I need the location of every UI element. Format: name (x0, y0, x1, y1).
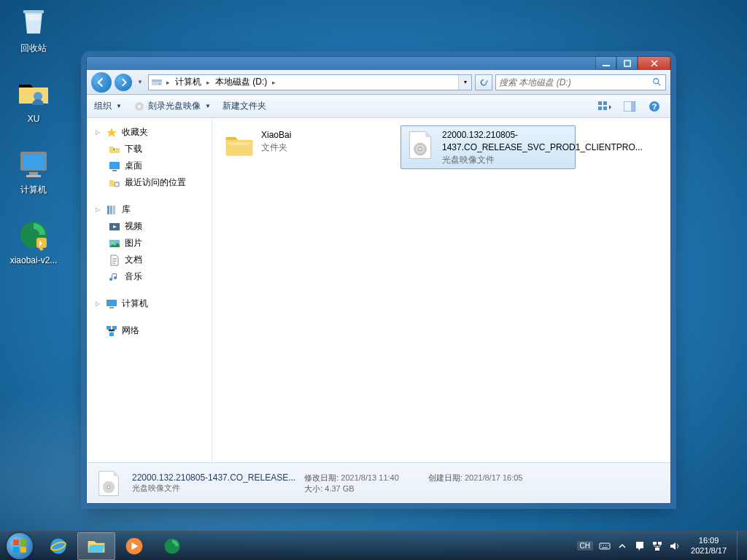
svg-rect-3 (29, 172, 38, 175)
download-icon (109, 144, 120, 155)
nav-history-dropdown[interactable]: ▼ (135, 75, 145, 90)
desktop-icon-xiaobai[interactable]: xiaobai-v2... (6, 217, 61, 265)
svg-point-14 (138, 105, 141, 108)
picture-icon (109, 238, 120, 249)
svg-point-11 (159, 83, 160, 85)
svg-point-31 (112, 241, 114, 244)
play-icon (124, 536, 144, 556)
svg-point-40 (419, 147, 422, 151)
sidebar-documents[interactable]: 文档 (87, 252, 212, 268)
network-icon (106, 325, 117, 337)
sidebar-recent[interactable]: 最近访问的位置 (87, 174, 212, 191)
show-desktop-button[interactable] (737, 532, 744, 561)
file-list[interactable]: XiaoBai 文件夹 22000.132.210805-1437.CO_REL… (212, 118, 670, 462)
desktop-icon-label: xiaobai-v2... (6, 255, 61, 265)
folder-item-xiaobai[interactable]: XiaoBai 文件夹 (220, 125, 395, 165)
details-created: 创建日期: 2021/8/17 16:05 (428, 472, 523, 494)
svg-rect-8 (624, 61, 630, 66)
nav-forward-button[interactable] (115, 74, 132, 91)
xiaobai-icon (162, 536, 182, 556)
view-options-button[interactable] (596, 98, 614, 114)
close-button[interactable] (638, 56, 670, 70)
details-pane: 22000.132.210805-1437.CO_RELEASE... 光盘映像… (87, 462, 670, 503)
svg-rect-24 (112, 170, 117, 171)
breadcrumb-arrow[interactable]: ▸ (164, 79, 172, 86)
music-icon (109, 271, 120, 283)
breadcrumb-arrow[interactable]: ▸ (270, 79, 278, 86)
svg-rect-35 (107, 326, 111, 330)
file-name: XiaoBai (261, 129, 291, 141)
recent-icon (109, 177, 120, 189)
address-bar[interactable]: ▸ 计算机 ▸ 本地磁盘 (D:) ▸ ▾ (148, 74, 472, 90)
file-type: 文件夹 (261, 141, 291, 154)
svg-point-42 (107, 485, 110, 488)
new-folder-button[interactable]: 新建文件夹 (222, 100, 266, 112)
details-filename: 22000.132.210805-1437.CO_RELEASE... (132, 472, 295, 483)
network-tray-icon[interactable] (651, 540, 663, 552)
taskbar: CH 16:09 2021/8/17 (0, 531, 747, 560)
keyboard-icon[interactable] (599, 540, 611, 552)
search-icon (652, 77, 662, 88)
sidebar-pictures[interactable]: 图片 (87, 235, 212, 252)
svg-rect-37 (109, 332, 114, 336)
details-filetype: 光盘映像文件 (132, 483, 295, 494)
breadcrumb-arrow[interactable]: ▸ (204, 79, 212, 86)
desktop-icon-computer[interactable]: 计算机 (6, 146, 61, 196)
svg-rect-48 (653, 542, 657, 545)
svg-rect-10 (152, 79, 162, 82)
sidebar-desktop[interactable]: 桌面 (87, 158, 212, 174)
search-box[interactable] (495, 74, 666, 90)
file-item-iso[interactable]: 22000.132.210805-1437.CO_RELEASE_SVC_PRO… (400, 125, 576, 169)
burn-image-button[interactable]: 刻录光盘映像▼ (133, 100, 211, 112)
titlebar[interactable] (87, 57, 670, 70)
preview-pane-button[interactable] (621, 98, 638, 114)
start-button[interactable] (0, 532, 39, 561)
system-tray: CH 16:09 2021/8/17 (577, 532, 747, 561)
svg-rect-34 (109, 307, 114, 308)
clock[interactable]: 16:09 2021/8/17 (686, 536, 731, 555)
sidebar-computer[interactable]: ▷计算机 (87, 295, 212, 312)
sidebar-downloads[interactable]: 下载 (87, 141, 212, 158)
minimize-button[interactable] (595, 56, 616, 70)
computer-icon (106, 298, 117, 310)
svg-rect-16 (603, 101, 607, 105)
desktop-icon-label: XU (6, 114, 61, 124)
sidebar-videos[interactable]: 视频 (87, 218, 212, 235)
file-name: 22000.132.210805-1437.CO_RELEASE_SVC_PRO… (442, 129, 643, 154)
sidebar-favorites[interactable]: ▷收藏夹 (87, 124, 212, 141)
maximize-button[interactable] (616, 56, 638, 70)
document-icon (109, 254, 120, 266)
taskbar-ie[interactable] (39, 532, 77, 560)
help-button[interactable]: ? (646, 98, 663, 114)
svg-rect-7 (603, 65, 610, 66)
desktop-icon-user-folder[interactable]: XU (6, 76, 61, 124)
navigation-bar: ▼ ▸ 计算机 ▸ 本地磁盘 (D:) ▸ ▾ (87, 70, 670, 95)
breadcrumb-computer[interactable]: 计算机 (172, 76, 204, 88)
address-dropdown[interactable]: ▾ (458, 75, 471, 90)
taskbar-explorer[interactable] (77, 532, 115, 560)
sidebar-network[interactable]: 网络 (87, 322, 212, 339)
tray-chevron-icon[interactable] (616, 540, 628, 552)
svg-rect-47 (600, 543, 610, 549)
taskbar-xiaobai[interactable] (153, 532, 191, 560)
sidebar-libraries[interactable]: ▷库 (87, 201, 212, 218)
folder-icon (86, 536, 107, 556)
search-input[interactable] (499, 77, 652, 88)
svg-rect-4 (26, 175, 41, 177)
breadcrumb-drive-d[interactable]: 本地磁盘 (D:) (212, 76, 270, 88)
refresh-button[interactable] (475, 74, 492, 90)
action-center-icon[interactable] (634, 540, 646, 552)
nav-back-button[interactable] (91, 72, 112, 93)
desktop-icon-label: 计算机 (6, 184, 61, 196)
organize-menu[interactable]: 组织▼ (94, 100, 122, 112)
desktop-icon-recyclebin[interactable]: 回收站 (6, 4, 61, 55)
svg-rect-28 (113, 206, 115, 214)
video-icon (109, 221, 120, 233)
sidebar-music[interactable]: 音乐 (87, 268, 212, 285)
volume-icon[interactable] (669, 540, 681, 552)
language-indicator[interactable]: CH (577, 541, 593, 551)
navigation-pane: ▷收藏夹 下载 桌面 最近访问的位置 ▷库 视频 图片 文档 音乐 ▷计算机 网… (87, 118, 212, 462)
desktop-icon-label: 回收站 (6, 42, 61, 55)
taskbar-mediaplayer[interactable] (115, 532, 153, 560)
desktop-icon (109, 160, 120, 172)
